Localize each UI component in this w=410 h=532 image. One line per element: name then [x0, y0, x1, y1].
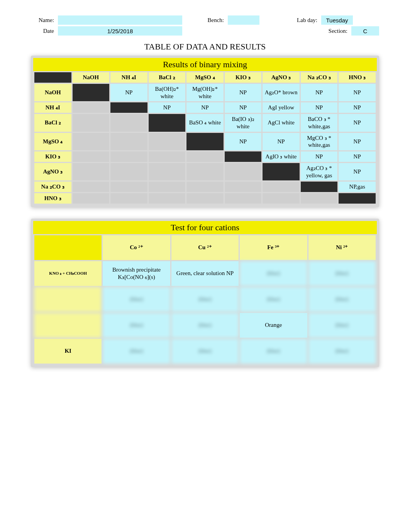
cell: NP	[301, 84, 338, 102]
cell-blank	[149, 163, 186, 181]
cell-blank	[186, 182, 224, 192]
cell-blank	[73, 114, 110, 132]
name-input[interactable]	[58, 15, 182, 25]
cell-diagonal	[149, 114, 186, 132]
cell-blurred: (blur)	[308, 313, 376, 338]
labday-label: Lab day:	[294, 17, 317, 24]
cell-blurred: (blur)	[103, 287, 170, 312]
cations-panel: Test for four cations Co ²⁺ Cu ²⁺ Fe ³⁺ …	[31, 219, 379, 367]
cell: NP	[110, 84, 147, 102]
cell-diagonal	[225, 151, 262, 162]
cell: NP	[339, 102, 376, 113]
cell-blurred: (blur)	[103, 313, 170, 338]
row-head: HNO ₃	[34, 193, 71, 204]
cell: AgCl white	[263, 114, 300, 132]
row-head: KIO ₃	[34, 151, 71, 162]
cations-caption: Test for four cations	[33, 221, 377, 234]
lab-header: Name: Bench: Lab day: Date Section:	[31, 15, 379, 36]
row-head-blurred	[34, 313, 102, 338]
row-head: Na ₂CO ₃	[34, 182, 71, 192]
col-head: Ni ²⁺	[308, 235, 376, 260]
row-head: KNO ₂ + CH₃COOH	[34, 261, 102, 286]
row-head-blurred	[34, 287, 102, 312]
cell: NP,gas	[339, 182, 376, 192]
cell-blurred: (blur)	[240, 339, 307, 364]
cell-diagonal	[339, 193, 376, 204]
table-row: NH ₄I NP NP NP AgI yellow NP NP	[34, 102, 376, 113]
name-label: Name:	[31, 17, 54, 24]
table-row: HNO ₃	[34, 193, 376, 204]
row-head: AgNO ₃	[34, 163, 71, 181]
cell-blurred: (blur)	[240, 261, 307, 286]
cell-blank	[149, 133, 186, 151]
cell-blurred: (blur)	[103, 339, 170, 364]
col-head: AgNO ₃	[263, 72, 300, 83]
cell: NP	[263, 133, 300, 151]
col-head: BaCl ₂	[149, 72, 186, 83]
cell-blank	[149, 182, 186, 192]
cell-diagonal	[263, 163, 300, 181]
table-corner	[34, 235, 102, 260]
section-input[interactable]	[351, 26, 379, 36]
cell-blank	[110, 114, 147, 132]
cell: NP	[339, 151, 376, 162]
table-row: KNO ₂ + CH₃COOH Brownish precipitate K₃[…	[34, 261, 376, 286]
table-row: AgNO ₃ Ag₂CO ₃ * yellow, gas NP	[34, 163, 376, 181]
col-head: KIO ₃	[225, 72, 262, 83]
cell: NP	[225, 84, 262, 102]
cell: Ag₂O* brown	[263, 84, 300, 102]
cell: Ag₂CO ₃ * yellow, gas	[301, 163, 338, 181]
cell-blank	[149, 151, 186, 162]
cell: Mg(OH)₂* white	[186, 84, 224, 102]
cell-blank	[73, 102, 110, 113]
col-head: Na ₂CO ₃	[301, 72, 338, 83]
table-row: KIO ₃ AgIO ₃ white NP NP	[34, 151, 376, 162]
cell: MgCO ₃ * white,gas	[301, 133, 338, 151]
table-row: NaOH NP Ba(OH)₂* white Mg(OH)₂* white NP…	[34, 84, 376, 102]
col-head: Fe ³⁺	[240, 235, 307, 260]
cell: AgI yellow	[263, 102, 300, 113]
cell-blank	[110, 182, 147, 192]
col-head: HNO ₃	[339, 72, 376, 83]
labday-input[interactable]	[321, 15, 353, 25]
cell-blank	[73, 133, 110, 151]
cell-blank	[73, 163, 110, 181]
table-row: (blur) (blur) Orange (blur)	[34, 313, 376, 338]
cell-blank	[225, 163, 262, 181]
table-row: BaCl ₂ BaSO ₄ white Ba(IO ₃)₂ white AgCl…	[34, 114, 376, 132]
cell-blank	[225, 182, 262, 192]
table-row: KI (blur) (blur) (blur) (blur)	[34, 339, 376, 364]
col-head: Cu ²⁺	[171, 235, 239, 260]
cell: Brownish precipitate K₃[Co(NO ₆](s)	[103, 261, 170, 286]
col-head: NH ₄I	[110, 72, 147, 83]
cell-blank	[186, 193, 224, 204]
cell-blurred: (blur)	[171, 287, 239, 312]
cations-table: Co ²⁺ Cu ²⁺ Fe ³⁺ Ni ²⁺ KNO ₂ + CH₃COOH …	[33, 234, 377, 365]
cell-blank	[73, 151, 110, 162]
cell-blank	[225, 193, 262, 204]
date-label: Date	[31, 28, 54, 34]
bench-label: Bench:	[201, 17, 224, 24]
cell-diagonal	[73, 84, 110, 102]
row-head: KI	[34, 339, 102, 364]
table-row: (blur) (blur) (blur) (blur)	[34, 287, 376, 312]
page-title: TABLE OF DATA AND RESULTS	[31, 42, 379, 52]
col-head: NaOH	[73, 72, 110, 83]
cell-blank	[110, 193, 147, 204]
cell-blank	[186, 151, 224, 162]
date-input[interactable]	[58, 26, 182, 36]
cell: NP	[301, 151, 338, 162]
cell-blank	[301, 193, 338, 204]
table-row: Na ₂CO ₃ NP,gas	[34, 182, 376, 192]
cell: NP	[149, 102, 186, 113]
bench-input[interactable]	[228, 15, 259, 25]
section-label: Section:	[324, 28, 347, 34]
cell-blank	[263, 193, 300, 204]
row-head: NH ₄I	[34, 102, 71, 113]
cell: AgIO ₃ white	[263, 151, 300, 162]
col-head: Co ²⁺	[103, 235, 170, 260]
cell: NP	[339, 133, 376, 151]
cell: Orange	[240, 313, 307, 338]
cell-blurred: (blur)	[171, 313, 239, 338]
cell: NP	[339, 163, 376, 181]
